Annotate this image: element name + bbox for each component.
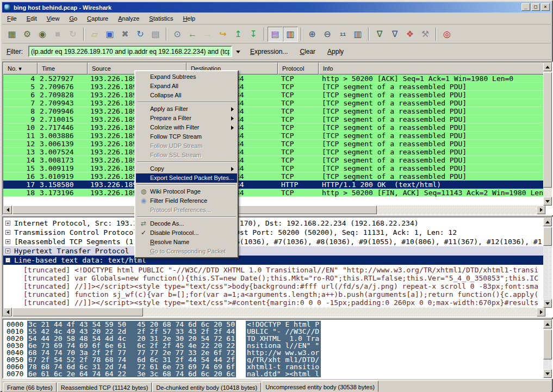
context-menu-item-expand-subtrees[interactable]: Expand Subtrees [136,72,237,82]
hex-row[interactable]: 00706e 61 6c 2e 64 74 64 223e 3c 68 74 6… [3,370,545,377]
context-menu-item-decode-as[interactable]: ⇄Decode As... [136,219,237,228]
context-menu-item-copy[interactable]: Copy [136,164,237,173]
detail-truncated-line[interactable]: [truncated] var Globals=new function(){t… [3,274,545,282]
context-menu-item-prepare-a-filter[interactable]: Prepare a Filter [136,114,237,123]
context-menu-item-follow-tcp-stream[interactable]: Follow TCP Stream [136,132,237,141]
detail-truncated-line[interactable]: [truncated] <!DOCTYPE html PUBLIC "-//W3… [3,266,545,274]
scroll-right-arrow[interactable] [537,308,545,316]
zoom-100-button[interactable]: 1:1 [335,27,350,42]
menu-analyze[interactable]: Analyze [113,14,144,23]
capture-stop-button[interactable]: ■ [50,27,65,42]
context-menu-item-filter-field-reference[interactable]: ◉Filter Field Reference [136,196,237,206]
scroll-down-arrow[interactable] [543,299,552,308]
tab-reassembled-tcp[interactable]: Reassembled TCP (11142 bytes) [57,382,152,392]
packet-list-vscrollbar[interactable] [543,63,552,206]
detail-row[interactable]: +Hypertext Transfer Protocol [3,246,545,256]
vscroll-thumb[interactable] [543,72,552,188]
scroll-down-arrow[interactable] [543,197,552,206]
packet-row[interactable]: 52.709676193.226.189.170192.168.22.234TC… [3,83,545,91]
context-menu-item-apply-as-filter[interactable]: Apply as Filter [136,104,237,114]
packet-row[interactable]: 153.009119193.226.189.170192.168.22.234T… [3,164,545,172]
open-file-button[interactable]: ▱ [87,27,102,42]
close-file-button[interactable]: ✖ [117,27,133,42]
packet-row[interactable]: 163.010919193.226.189.170192.168.22.234T… [3,172,545,181]
vscroll-thumb[interactable] [543,227,552,246]
expand-icon[interactable]: + [5,221,10,226]
menu-go[interactable]: Go [64,14,82,23]
tab-de-chunked-entity-body[interactable]: De-chunked entity body (10418 bytes) [152,382,261,392]
print-button[interactable]: ▤ [148,27,163,42]
packet-row[interactable]: 62.709828193.226.189.170192.168.22.234TC… [3,91,545,99]
capture-options-button[interactable]: ⚙ [20,27,35,42]
expand-icon[interactable]: + [5,248,10,253]
scroll-right-arrow[interactable] [537,206,545,214]
scroll-down-arrow[interactable] [543,369,552,378]
details-hscrollbar[interactable] [3,308,545,316]
packet-row[interactable]: 113.003886193.226.189.170192.168.22.234T… [3,132,545,140]
packet-row[interactable]: 82.709946193.226.189.170192.168.22.234TC… [3,107,545,115]
packet-row[interactable]: 183.173196193.226.189.170192.168.22.234T… [3,189,545,197]
packet-row[interactable]: 143.008173193.226.189.170192.168.22.234T… [3,156,545,164]
bytes-vscrollbar[interactable] [543,320,552,378]
packet-list-hscrollbar[interactable] [3,206,545,214]
menu-capture[interactable]: Capture [82,14,113,23]
menu-help[interactable]: Help [178,14,200,23]
filter-clear-button[interactable]: Clear [300,48,315,55]
context-menu-item-collapse-all[interactable]: Collapse All [136,91,237,100]
packet-row[interactable]: 42.527927193.226.189.170192.168.22.234TC… [3,74,545,83]
column-header-time[interactable]: Time [38,63,88,74]
close-button[interactable]: ✕ [541,3,550,11]
scroll-left-arrow[interactable] [3,308,12,316]
preferences-button[interactable]: ⚒ [418,27,433,42]
context-menu-item-expand-all[interactable]: Expand All [136,82,237,91]
go-back-button[interactable]: ← [185,27,200,42]
save-file-button[interactable]: ▣ [102,27,117,42]
filter-apply-button[interactable]: Apply [327,48,344,55]
display-filter-input[interactable] [28,46,232,57]
detail-truncated-line[interactable]: [truncated] //]]></script><style type="t… [3,282,545,290]
scroll-left-arrow[interactable] [3,206,12,214]
help-button[interactable]: ◎ [439,27,455,42]
column-header-no[interactable]: No. ▾ [3,63,38,74]
resize-columns-button[interactable]: ▥ [350,27,365,42]
scroll-up-arrow[interactable] [543,320,552,328]
collapse-icon[interactable]: - [5,258,10,263]
column-header-protocol[interactable]: Protocol [278,63,319,74]
capture-start-button[interactable]: ◉ [35,27,50,42]
zoom-out-button[interactable]: ⊖ [320,27,335,42]
detail-row[interactable]: -Line-based text data: text/html [3,256,545,265]
go-top-button[interactable]: ↥ [231,27,246,42]
auto-scroll-toggle-button[interactable]: ▥ [283,27,298,42]
hscroll-thumb[interactable] [13,308,143,316]
context-menu-item-colorize-with-filter[interactable]: Colorize with Filter [136,123,237,132]
detail-truncated-line[interactable]: [truncated] function sj_wf(c){var b=[];f… [3,290,545,298]
detail-row[interactable]: +Transmission Control Protocol, Src Port… [3,228,545,237]
packet-row[interactable]: 123.006139193.226.189.170192.168.22.234T… [3,140,545,148]
find-button[interactable]: ⊙ [170,27,185,42]
expand-icon[interactable]: + [5,239,10,244]
scroll-up-arrow[interactable] [543,217,552,226]
detail-row[interactable]: +[Reassembled TCP Segments (11142 bytes)… [3,237,545,246]
title-bar[interactable]: bing host behind.pcap - Wireshark _□✕ [2,2,551,13]
maximize-button[interactable]: □ [531,3,540,11]
packet-row[interactable]: 72.709943193.226.189.170192.168.22.234TC… [3,99,545,107]
context-menu-item-resolve-name[interactable]: Resolve Name [136,238,237,247]
context-menu-item-export-selected-packet-bytes[interactable]: Export Selected Packet Bytes... [136,173,237,183]
capture-filter-button[interactable]: ∇ [372,27,387,42]
tab-uncompressed-entity-body[interactable]: Uncompressed entity body (30538 bytes) [262,381,378,392]
packet-row[interactable]: 102.717446193.226.189.170192.168.22.234T… [3,123,545,132]
menu-file[interactable]: File [2,14,22,23]
expand-icon[interactable]: + [5,230,10,235]
context-menu-item-follow-udp-stream[interactable]: Follow UDP Stream [136,141,237,151]
column-header-info[interactable]: Info [319,63,545,74]
context-menu-item-go-to-corresponding-packet[interactable]: Go to Corresponding Packet [136,247,237,256]
menu-edit[interactable]: Edit [22,14,42,23]
coloring-rules-button[interactable]: ❖ [402,27,418,42]
detail-truncated-line[interactable]: [truncated] //]]></script><style type="t… [3,298,545,307]
go-bottom-button[interactable]: ↧ [246,27,261,42]
colorize-list-toggle-button[interactable]: ▤ [268,27,283,42]
context-menu-item-wiki-protocol-page[interactable]: ◍Wiki Protocol Page [136,187,237,196]
capture-restart-button[interactable]: ↻ [65,27,80,42]
detail-row[interactable]: +Internet Protocol, Src: 193.226.189.170… [3,219,545,228]
vscroll-thumb[interactable] [543,329,552,359]
